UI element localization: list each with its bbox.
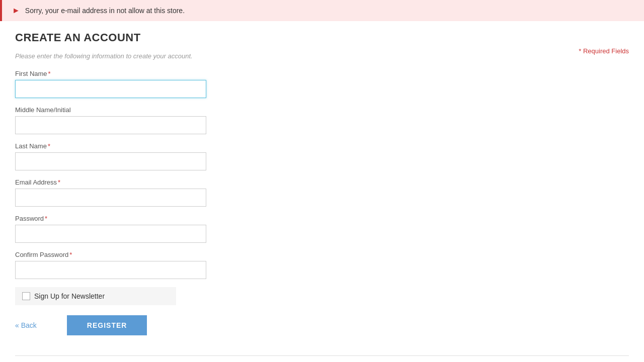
middle-name-input[interactable] bbox=[15, 116, 206, 134]
confirm-password-required: * bbox=[69, 251, 72, 258]
form-subtitle: Please enter the following information t… bbox=[15, 52, 629, 60]
last-name-group: Last Name* bbox=[15, 142, 236, 170]
email-input[interactable] bbox=[15, 189, 206, 207]
middle-name-group: Middle Name/Initial bbox=[15, 106, 236, 134]
confirm-password-group: Confirm Password* bbox=[15, 251, 236, 279]
email-label: Email Address* bbox=[15, 178, 236, 186]
newsletter-checkbox[interactable] bbox=[22, 292, 30, 300]
first-name-input[interactable] bbox=[15, 80, 206, 98]
password-input[interactable] bbox=[15, 225, 206, 243]
password-label: Password* bbox=[15, 215, 236, 222]
page-title: CREATE AN ACCOUNT bbox=[15, 31, 629, 44]
last-name-label: Last Name* bbox=[15, 142, 236, 150]
confirm-password-label: Confirm Password* bbox=[15, 251, 236, 258]
register-button[interactable]: REGISTER bbox=[67, 315, 147, 335]
last-name-input[interactable] bbox=[15, 152, 206, 170]
last-name-required: * bbox=[48, 142, 50, 150]
footer: COMPANY ABOUT US CONTACT US QUICK LINKS … bbox=[0, 356, 644, 362]
newsletter-label: Sign Up for Newsletter bbox=[34, 292, 105, 300]
email-group: Email Address* bbox=[15, 178, 236, 207]
email-required: * bbox=[58, 178, 60, 186]
password-group: Password* bbox=[15, 215, 236, 243]
error-banner: ► Sorry, your e-mail address in not allo… bbox=[0, 0, 644, 21]
first-name-required: * bbox=[48, 70, 51, 77]
confirm-password-input[interactable] bbox=[15, 261, 206, 279]
form-container: First Name* Middle Name/Initial Last Nam… bbox=[15, 70, 236, 335]
required-fields-note: * Required Fields bbox=[579, 47, 629, 55]
error-icon: ► bbox=[12, 6, 20, 15]
main-content: CREATE AN ACCOUNT Please enter the follo… bbox=[0, 21, 644, 355]
back-link[interactable]: « Back bbox=[15, 321, 37, 329]
newsletter-row: Sign Up for Newsletter bbox=[15, 287, 176, 305]
middle-name-label: Middle Name/Initial bbox=[15, 106, 236, 114]
buttons-row: « Back REGISTER bbox=[15, 315, 236, 335]
first-name-group: First Name* bbox=[15, 70, 236, 98]
password-required: * bbox=[45, 215, 47, 222]
first-name-label: First Name* bbox=[15, 70, 236, 77]
error-message: Sorry, your e-mail address in not allow … bbox=[25, 7, 185, 15]
